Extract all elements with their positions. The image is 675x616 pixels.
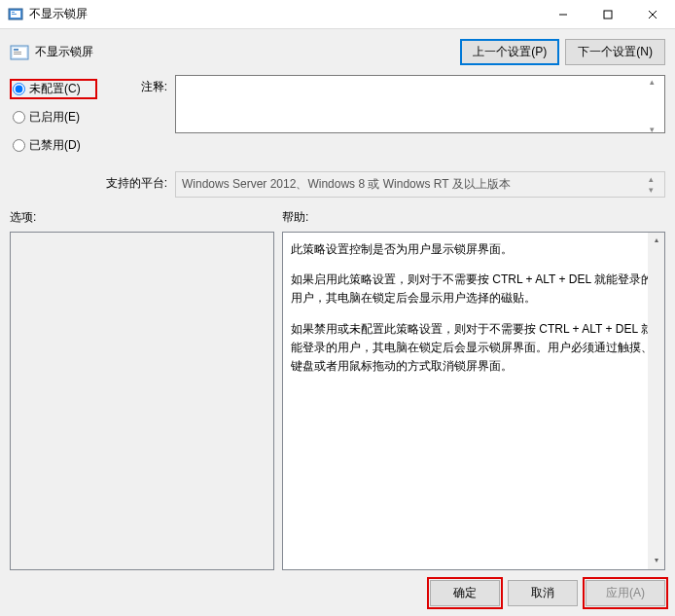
apply-button[interactable]: 应用(A) xyxy=(586,580,665,606)
policy-title: 不显示锁屏 xyxy=(35,44,454,60)
titlebar-title: 不显示锁屏 xyxy=(29,6,541,22)
config-row: 未配置(C) 已启用(E) 已禁用(D) 注释: ▴▾ xyxy=(10,75,665,163)
radio-group: 未配置(C) 已启用(E) 已禁用(D) xyxy=(10,75,97,163)
radio-not-configured-label: 未配置(C) xyxy=(29,81,81,97)
svg-rect-3 xyxy=(12,14,17,15)
titlebar: 不显示锁屏 xyxy=(0,0,675,29)
comment-textarea[interactable] xyxy=(175,75,665,133)
scroll-up-icon[interactable]: ▴ xyxy=(648,233,664,249)
platform-scroll: ▴▾ xyxy=(649,174,662,195)
footer: 确定 取消 应用(A) xyxy=(10,570,665,606)
scroll-down-icon[interactable]: ▾ xyxy=(648,553,664,569)
comment-field-wrap: ▴▾ xyxy=(175,75,665,163)
next-setting-button[interactable]: 下一个设置(N) xyxy=(565,39,665,65)
radio-enabled-label: 已启用(E) xyxy=(29,109,80,126)
scroll-track[interactable] xyxy=(648,249,664,553)
comment-scroll: ▴▾ xyxy=(650,77,663,134)
platforms-label: 支持的平台: xyxy=(97,171,175,192)
svg-rect-11 xyxy=(14,52,21,53)
options-panel xyxy=(10,232,274,570)
radio-disabled[interactable]: 已禁用(D) xyxy=(10,135,97,156)
app-icon xyxy=(8,7,23,22)
close-button[interactable] xyxy=(630,0,675,29)
svg-rect-2 xyxy=(12,12,15,13)
help-panel: 此策略设置控制是否为用户显示锁屏界面。 如果启用此策略设置，则对于不需要按 CT… xyxy=(282,232,665,570)
svg-rect-10 xyxy=(14,49,18,51)
minimize-button[interactable] xyxy=(541,0,586,29)
help-label: 帮助: xyxy=(282,209,665,226)
platforms-box: Windows Server 2012、Windows 8 或 Windows … xyxy=(175,171,665,198)
options-label: 选项: xyxy=(10,209,282,226)
policy-icon xyxy=(10,43,29,62)
help-p3: 如果禁用或未配置此策略设置，则对于不需要按 CTRL + ALT + DEL 就… xyxy=(291,320,657,377)
radio-enabled[interactable]: 已启用(E) xyxy=(10,107,97,127)
dialog-content: 不显示锁屏 上一个设置(P) 下一个设置(N) 未配置(C) 已启用(E) 已禁… xyxy=(0,29,675,616)
cancel-button[interactable]: 取消 xyxy=(508,580,578,606)
help-p2: 如果启用此策略设置，则对于不需要按 CTRL + ALT + DEL 就能登录的… xyxy=(291,271,657,308)
header-row: 不显示锁屏 上一个设置(P) 下一个设置(N) xyxy=(10,39,665,65)
radio-not-configured-input[interactable] xyxy=(13,83,25,95)
radio-not-configured[interactable]: 未配置(C) xyxy=(10,79,97,99)
maximize-button[interactable] xyxy=(586,0,630,29)
prev-setting-button[interactable]: 上一个设置(P) xyxy=(460,39,559,65)
platforms-text: Windows Server 2012、Windows 8 或 Windows … xyxy=(182,177,511,191)
platform-row: 支持的平台: Windows Server 2012、Windows 8 或 W… xyxy=(10,171,665,198)
radio-disabled-input[interactable] xyxy=(13,139,25,152)
panels: 此策略设置控制是否为用户显示锁屏界面。 如果启用此策略设置，则对于不需要按 CT… xyxy=(10,232,665,570)
mid-labels: 选项: 帮助: xyxy=(10,209,665,226)
help-p1: 此策略设置控制是否为用户显示锁屏界面。 xyxy=(291,240,657,259)
comment-label: 注释: xyxy=(97,75,175,163)
help-scrollbar[interactable]: ▴ ▾ xyxy=(648,233,664,569)
radio-enabled-input[interactable] xyxy=(13,111,25,124)
ok-button[interactable]: 确定 xyxy=(430,580,500,606)
window-controls xyxy=(541,0,675,29)
svg-rect-12 xyxy=(14,54,21,54)
radio-disabled-label: 已禁用(D) xyxy=(29,137,81,154)
svg-rect-5 xyxy=(604,11,612,18)
